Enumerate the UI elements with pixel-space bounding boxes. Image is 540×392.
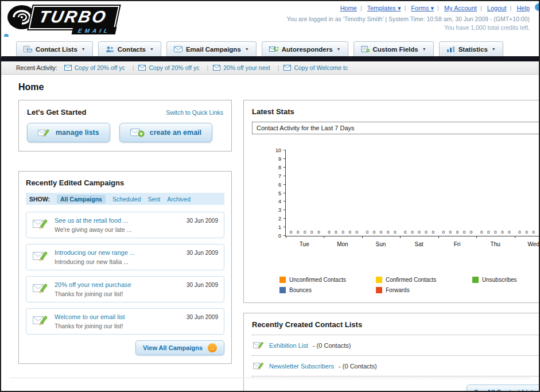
campaign-subtitle: We're giving away our late ...: [55, 226, 131, 233]
chevron-down-icon: ▼: [422, 47, 426, 51]
campaign-row: Introducing our new range ... Introducin…: [26, 244, 224, 270]
nav-tab-contact-lists[interactable]: Contact Lists ▼: [16, 41, 93, 56]
bar-value-label: 0: [501, 230, 503, 235]
manage-lists-label: manage lists: [56, 129, 99, 137]
nav-tab-label: Contact Lists: [36, 46, 77, 53]
x-axis-label: Thu: [476, 241, 515, 247]
contact-list-link[interactable]: Newsletter Subscribers: [269, 363, 334, 370]
create-email-button[interactable]: create an email: [119, 123, 212, 142]
y-axis-tick: [283, 167, 286, 168]
top-nav-link[interactable]: Home: [340, 5, 357, 11]
contact-list-count: - (0 Contacts): [339, 363, 377, 370]
manage-lists-button[interactable]: manage lists: [27, 123, 110, 142]
nav-tab-label: Autoresponders: [282, 46, 333, 53]
new-email-icon: [130, 127, 145, 138]
campaign-filter[interactable]: Archived: [167, 196, 191, 203]
y-axis-tick-label: 0: [278, 234, 281, 239]
switch-quick-links-link[interactable]: Switch to Quick Links: [166, 109, 223, 116]
app-logo: TURBO EMAIL: [7, 4, 117, 30]
bar-value-label: 0: [463, 230, 465, 235]
x-axis-tick: [476, 236, 477, 238]
recent-activity-link[interactable]: Copy of Welcome tc: [294, 64, 348, 71]
y-axis-tick-label: 2: [278, 216, 281, 222]
recent-activity-item[interactable]: Copy of 20% off yc: [138, 64, 213, 71]
x-axis-label: Fri: [438, 241, 476, 247]
list-edit-icon: [253, 361, 265, 371]
nav-tab-custom-fields[interactable]: Custom Fields ▼: [353, 41, 434, 56]
top-nav-link[interactable]: Help: [516, 5, 530, 11]
header-right: Home Templates ▾ Forms ▾ My Account Logo…: [286, 5, 530, 31]
bar-value-label: 0: [328, 230, 330, 235]
view-all-campaigns-button[interactable]: View All Campaigns →: [135, 340, 224, 355]
nav-tab-email-campaigns[interactable]: Email Campaigns ▼: [166, 41, 257, 56]
header: TURBO EMAIL Home Templates ▾ Forms ▾ My …: [1, 1, 539, 37]
top-nav-link[interactable]: Logout: [487, 5, 507, 11]
chart-plot: 00000000000000000000000000000000000 0123…: [285, 150, 540, 236]
legend-label: Unconfirmed Contacts: [289, 277, 346, 283]
legend-label: Bounces: [289, 287, 312, 293]
recent-activity-item[interactable]: Copy of 20% off yc: [64, 64, 139, 71]
bar-value-label: 0: [518, 230, 520, 235]
bar-value-label: 0: [456, 230, 459, 235]
contact-list: Exhibition List - (0 Contacts): [252, 335, 540, 377]
bar-value-label: 0: [508, 230, 510, 235]
chart-day-group: 00000: [438, 150, 476, 236]
x-axis-tick: [362, 236, 363, 238]
y-axis-tick-label: 4: [278, 199, 281, 204]
nav-tab-contacts[interactable]: Contacts ▼: [98, 41, 161, 56]
legend-item: Bounces: [279, 287, 376, 293]
contact-list-row: Exhibition List - (0 Contacts): [252, 335, 540, 356]
logo-brand-text: TURBO: [29, 6, 120, 29]
campaign-title-link[interactable]: 20% off your next purchase: [55, 281, 131, 288]
campaign-title-link[interactable]: Introducing our new range ...: [55, 249, 135, 256]
recent-activity-link[interactable]: 20% off your next: [223, 64, 270, 71]
campaign-title-link[interactable]: Welcome to our email list: [55, 313, 125, 320]
contact-list-link[interactable]: Exhibition List: [269, 342, 308, 349]
nav-tab-statistics[interactable]: Statistics ▼: [439, 41, 503, 56]
campaign-filter[interactable]: Sent: [148, 196, 161, 203]
nav-divider-bar: [1, 56, 539, 61]
y-axis-tick: [283, 209, 286, 210]
top-nav-item: Templates ▾: [367, 5, 410, 11]
top-nav-link[interactable]: Forms ▾: [411, 5, 434, 11]
bar-value-label: 0: [387, 230, 389, 235]
legend-swatch: [279, 287, 286, 293]
bar-value-label: 0: [348, 230, 351, 235]
nav-tab-autoresponders[interactable]: Autoresponders ▼: [262, 41, 348, 56]
email-icon: [283, 65, 291, 71]
y-axis-tick-label: 5: [278, 191, 281, 196]
bar-value-label: 0: [310, 230, 313, 235]
bar-value-label: 0: [449, 230, 452, 235]
top-nav-link[interactable]: My Account: [444, 5, 477, 11]
bar-value-label: 0: [380, 230, 382, 235]
x-axis-label: Sat: [400, 241, 438, 247]
campaign-filter[interactable]: All Campaigns: [57, 195, 106, 204]
nav-tab-label: Custom Fields: [373, 46, 418, 53]
recent-activity-item[interactable]: 20% off your next: [213, 64, 283, 71]
campaign-edit-icon: [33, 313, 49, 327]
get-started-panel: Let's Get Started Switch to Quick Links …: [18, 100, 232, 152]
chevron-down-icon: ▼: [492, 47, 496, 51]
top-nav-link[interactable]: Templates ▾: [367, 5, 401, 11]
campaign-edit-icon: [33, 249, 49, 262]
recent-activity-link[interactable]: Copy of 20% off yc: [75, 64, 125, 71]
contact-list-count: - (0 Contacts): [313, 342, 351, 349]
nav-tab-label: Email Campaigns: [186, 46, 241, 53]
statistics-icon: [446, 46, 455, 52]
bar-value-label: 0: [366, 230, 368, 235]
campaign-filter[interactable]: Scheduled: [112, 196, 141, 203]
chart-day-group: 00000: [476, 150, 514, 236]
bar-value-label: 0: [425, 230, 427, 235]
chart-groups: 00000000000000000000000000000000000: [286, 150, 540, 236]
recent-activity-link[interactable]: Copy of 20% off yc: [149, 64, 199, 71]
chart-xlabels: TueMonSunSatFriThuWed: [285, 241, 540, 247]
stats-period-select[interactable]: Contact Activity for the Last 7 Days: [252, 122, 540, 134]
y-axis-tick: [283, 150, 286, 150]
top-nav-item: Logout: [487, 5, 515, 11]
contact-list-row: Newsletter Subscribers - (0 Contacts): [252, 356, 540, 377]
recent-activity-item[interactable]: Copy of Welcome tc: [283, 64, 348, 71]
bar-value-label: 0: [341, 230, 344, 235]
see-all-contact-lists-button[interactable]: See All Contact Lists →: [467, 385, 540, 392]
x-axis-tick: [400, 236, 401, 238]
campaign-title-link[interactable]: See us at the retail food ...: [55, 217, 131, 224]
